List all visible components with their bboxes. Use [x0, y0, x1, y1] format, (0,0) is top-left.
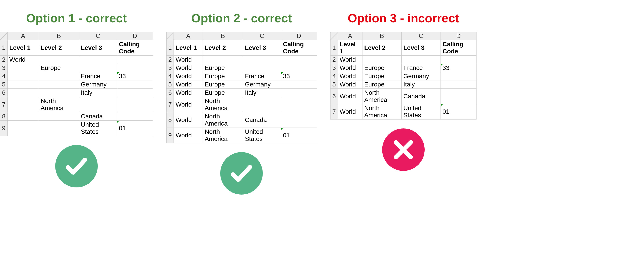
- column-header[interactable]: D: [281, 32, 317, 40]
- row-header[interactable]: 6: [0, 89, 8, 97]
- row-header[interactable]: 5: [330, 80, 338, 89]
- cell[interactable]: [402, 56, 440, 64]
- column-header[interactable]: B: [362, 32, 402, 40]
- row-header[interactable]: 5: [0, 80, 8, 89]
- cell[interactable]: Germany: [243, 80, 281, 89]
- cell[interactable]: Europe: [203, 89, 243, 97]
- spreadsheet[interactable]: ABCD1Level 1Level 2Level 3Calling Code2W…: [0, 32, 153, 136]
- cell[interactable]: [243, 64, 281, 72]
- cell[interactable]: 33: [440, 64, 476, 72]
- cell[interactable]: [8, 97, 39, 112]
- column-header[interactable]: C: [79, 32, 117, 40]
- column-header[interactable]: B: [39, 32, 79, 40]
- cell[interactable]: Level 1: [8, 40, 39, 56]
- row-header[interactable]: 6: [166, 89, 174, 97]
- select-all-corner[interactable]: [166, 32, 174, 40]
- spreadsheet[interactable]: ABCD1Level 1Level 2Level 3Calling Code2W…: [166, 32, 317, 143]
- row-header[interactable]: 1: [330, 40, 338, 56]
- column-header[interactable]: C: [402, 32, 440, 40]
- row-header[interactable]: 8: [0, 112, 8, 121]
- cell[interactable]: World: [338, 56, 362, 64]
- cell[interactable]: World: [174, 112, 203, 128]
- cell[interactable]: France: [243, 72, 281, 80]
- cell[interactable]: United States: [402, 104, 440, 120]
- cell[interactable]: World: [338, 64, 362, 72]
- cell[interactable]: World: [174, 128, 203, 143]
- cell[interactable]: [117, 89, 153, 97]
- cell[interactable]: [39, 89, 79, 97]
- cell[interactable]: North America: [39, 97, 79, 112]
- cell[interactable]: World: [174, 56, 203, 64]
- cell[interactable]: [440, 72, 476, 80]
- cell[interactable]: Level 3: [243, 40, 281, 56]
- cell[interactable]: World: [174, 72, 203, 80]
- row-header[interactable]: 9: [166, 128, 174, 143]
- cell[interactable]: [117, 112, 153, 121]
- cell[interactable]: [440, 89, 476, 104]
- spreadsheet[interactable]: ABCD1Level 1Level 2Level 3Calling Code2W…: [330, 32, 476, 120]
- cell[interactable]: Europe: [203, 64, 243, 72]
- cell[interactable]: [39, 56, 79, 64]
- row-header[interactable]: 3: [330, 64, 338, 72]
- cell[interactable]: [8, 112, 39, 121]
- cell[interactable]: [281, 80, 317, 89]
- column-header[interactable]: A: [8, 32, 39, 40]
- cell[interactable]: Europe: [362, 64, 402, 72]
- cell[interactable]: Europe: [39, 64, 79, 72]
- cell[interactable]: [8, 89, 39, 97]
- cell[interactable]: Canada: [402, 89, 440, 104]
- cell[interactable]: [440, 80, 476, 89]
- cell[interactable]: [362, 56, 402, 64]
- row-header[interactable]: 2: [0, 56, 8, 64]
- cell[interactable]: World: [338, 104, 362, 120]
- cell[interactable]: Level 3: [79, 40, 117, 56]
- row-header[interactable]: 2: [166, 56, 174, 64]
- cell[interactable]: Italy: [243, 89, 281, 97]
- cell[interactable]: [39, 72, 79, 80]
- row-header[interactable]: 1: [166, 40, 174, 56]
- cell[interactable]: Level 3: [402, 40, 440, 56]
- row-header[interactable]: 7: [166, 97, 174, 112]
- cell[interactable]: World: [338, 72, 362, 80]
- select-all-corner[interactable]: [330, 32, 338, 40]
- row-header[interactable]: 7: [330, 104, 338, 120]
- cell[interactable]: [203, 56, 243, 64]
- row-header[interactable]: 4: [330, 72, 338, 80]
- cell[interactable]: 01: [440, 104, 476, 120]
- cell[interactable]: World: [338, 80, 362, 89]
- cell[interactable]: Level 1: [174, 40, 203, 56]
- cell[interactable]: [281, 89, 317, 97]
- cell[interactable]: [8, 64, 39, 72]
- column-header[interactable]: D: [440, 32, 476, 40]
- cell[interactable]: United States: [79, 121, 117, 136]
- cell[interactable]: [117, 56, 153, 64]
- cell[interactable]: World: [174, 97, 203, 112]
- cell[interactable]: France: [402, 64, 440, 72]
- cell[interactable]: [281, 56, 317, 64]
- cell[interactable]: [8, 121, 39, 136]
- cell[interactable]: Europe: [362, 80, 402, 89]
- cell[interactable]: World: [174, 89, 203, 97]
- cell[interactable]: [243, 97, 281, 112]
- cell[interactable]: United States: [243, 128, 281, 143]
- cell[interactable]: 33: [117, 72, 153, 80]
- row-header[interactable]: 8: [166, 112, 174, 128]
- cell[interactable]: World: [338, 89, 362, 104]
- cell[interactable]: Calling Code: [281, 40, 317, 56]
- cell[interactable]: Germany: [79, 80, 117, 89]
- column-header[interactable]: A: [174, 32, 203, 40]
- cell[interactable]: [39, 80, 79, 89]
- cell[interactable]: [243, 56, 281, 64]
- cell[interactable]: [117, 97, 153, 112]
- cell[interactable]: Europe: [362, 72, 402, 80]
- cell[interactable]: [281, 112, 317, 128]
- cell[interactable]: [117, 80, 153, 89]
- cell[interactable]: [79, 64, 117, 72]
- cell[interactable]: Canada: [79, 112, 117, 121]
- cell[interactable]: France: [79, 72, 117, 80]
- row-header[interactable]: 6: [330, 89, 338, 104]
- cell[interactable]: North America: [203, 97, 243, 112]
- row-header[interactable]: 2: [330, 56, 338, 64]
- cell[interactable]: Calling Code: [440, 40, 476, 56]
- cell[interactable]: [281, 97, 317, 112]
